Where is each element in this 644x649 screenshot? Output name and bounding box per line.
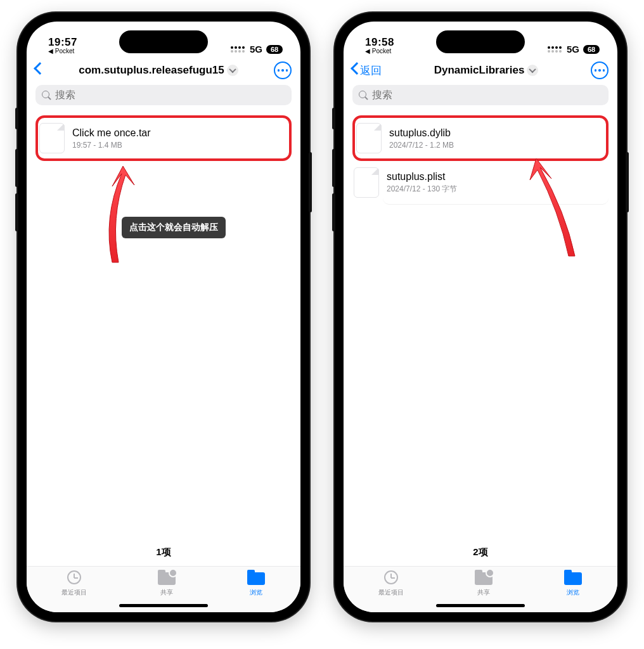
file-list: Click me once.tar 19:57 - 1.4 MB 点击这个就会自… xyxy=(27,110,300,539)
annotation-tooltip: 点击这个就会自动解压 xyxy=(122,217,226,238)
tab-label: 最近项目 xyxy=(61,588,87,597)
file-row[interactable]: sutuplus.dylib 2024/7/12 - 1.2 MB xyxy=(352,115,609,161)
search-bar[interactable] xyxy=(35,85,292,105)
chevron-left-icon xyxy=(33,64,42,77)
status-back-app[interactable]: ◀ Pocket xyxy=(365,48,394,55)
folder-icon xyxy=(564,572,582,585)
page-title: com.sutuplus.releasefugu15 xyxy=(79,64,224,77)
folder-share-icon xyxy=(475,572,493,585)
clock-icon xyxy=(384,570,398,584)
back-button[interactable]: 返回 xyxy=(350,63,382,78)
status-back-app[interactable]: ◀ Pocket xyxy=(48,48,77,55)
search-icon xyxy=(359,91,368,100)
clock-icon xyxy=(67,570,81,584)
tab-browse[interactable]: 浏览 xyxy=(564,570,583,597)
search-icon xyxy=(42,91,51,100)
search-input[interactable] xyxy=(55,89,285,101)
nav-bar: 返回 DynamicLibraries xyxy=(344,58,617,84)
file-icon xyxy=(354,167,379,198)
status-time: 19:58 xyxy=(365,37,394,48)
home-indicator[interactable] xyxy=(119,604,208,607)
nav-bar: com.sutuplus.releasefugu15 xyxy=(27,58,300,84)
home-indicator[interactable] xyxy=(436,604,525,607)
tab-recent[interactable]: 最近项目 xyxy=(61,570,87,597)
tab-browse[interactable]: 浏览 xyxy=(247,570,266,597)
more-button[interactable] xyxy=(274,61,292,79)
annotation-arrow xyxy=(84,155,153,269)
tab-label: 共享 xyxy=(160,588,173,597)
file-name: sutuplus.dylib xyxy=(389,127,454,139)
chevron-down-icon xyxy=(527,65,538,76)
nav-title-button[interactable]: com.sutuplus.releasefugu15 xyxy=(79,64,238,77)
network-label: 5G xyxy=(250,44,262,55)
battery-icon: 68 xyxy=(583,45,600,54)
file-meta: 19:57 - 1.4 MB xyxy=(72,141,151,150)
folder-share-icon xyxy=(158,572,176,585)
file-row[interactable]: Click me once.tar 19:57 - 1.4 MB xyxy=(35,115,292,161)
search-input[interactable] xyxy=(372,89,602,101)
dynamic-island xyxy=(436,30,525,53)
tab-share[interactable]: 共享 xyxy=(474,570,493,597)
item-count: 2项 xyxy=(344,539,617,566)
network-label: 5G xyxy=(567,44,579,55)
file-row[interactable]: sutuplus.plist 2024/7/12 - 130 字节 xyxy=(383,161,609,205)
tab-label: 浏览 xyxy=(250,588,262,597)
tab-share[interactable]: 共享 xyxy=(157,570,176,597)
tab-label: 共享 xyxy=(477,588,490,597)
file-icon xyxy=(356,123,382,153)
back-label: 返回 xyxy=(360,63,382,78)
folder-icon xyxy=(247,572,265,585)
back-button[interactable] xyxy=(33,64,43,77)
nav-title-button[interactable]: DynamicLibraries xyxy=(434,64,539,77)
chevron-down-icon xyxy=(227,65,238,76)
dynamic-island xyxy=(119,30,208,53)
status-time: 19:57 xyxy=(48,37,77,48)
battery-icon: 68 xyxy=(266,45,283,54)
item-count: 1项 xyxy=(27,539,300,566)
file-meta: 2024/7/12 - 130 字节 xyxy=(387,184,457,195)
search-bar[interactable] xyxy=(352,85,609,105)
tab-label: 浏览 xyxy=(567,588,579,597)
phone-mockup-left: 19:57 ◀ Pocket 5G 68 com.sutuplus.releas… xyxy=(18,13,309,621)
file-name: sutuplus.plist xyxy=(387,170,457,183)
phone-mockup-right: 19:58 ◀ Pocket 5G 68 返回 DynamicLibraries xyxy=(335,13,626,621)
tab-label: 最近项目 xyxy=(378,588,404,597)
signal-icon xyxy=(231,46,245,53)
file-icon xyxy=(39,123,65,153)
file-meta: 2024/7/12 - 1.2 MB xyxy=(389,141,454,150)
signal-icon xyxy=(548,46,562,53)
tab-recent[interactable]: 最近项目 xyxy=(378,570,404,597)
file-list: sutuplus.dylib 2024/7/12 - 1.2 MB sutupl… xyxy=(344,110,617,539)
page-title: DynamicLibraries xyxy=(434,64,525,77)
file-name: Click me once.tar xyxy=(72,127,151,139)
chevron-left-icon xyxy=(350,64,359,77)
more-button[interactable] xyxy=(591,61,609,79)
